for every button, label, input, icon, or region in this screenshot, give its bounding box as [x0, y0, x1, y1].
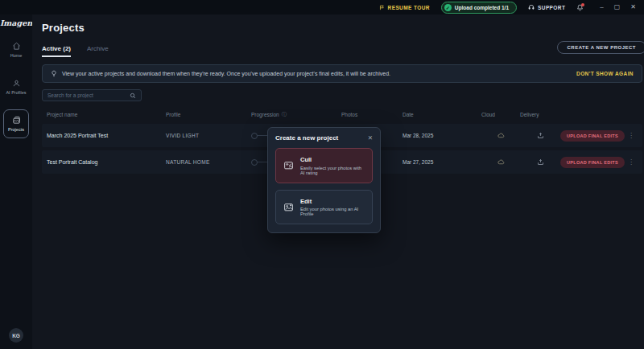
check-circle-icon: ✓ — [444, 4, 452, 11]
flag-icon — [379, 5, 385, 10]
dont-show-again-button[interactable]: DON'T SHOW AGAIN — [576, 71, 634, 76]
delivery-upload-icon[interactable] — [520, 158, 560, 166]
col-cloud: Cloud — [481, 112, 520, 117]
project-profile: VIVID LIGHT — [166, 133, 251, 138]
resume-tour-button[interactable]: RESUME TOUR — [379, 5, 430, 10]
notification-dot — [581, 3, 584, 6]
search-box — [42, 89, 142, 101]
project-profile: NATURAL HOME — [166, 159, 251, 165]
tabs: Active (2) Archive — [42, 45, 642, 57]
minimize-button[interactable]: – — [600, 4, 603, 10]
sidebar-item-label: Projects — [8, 127, 24, 132]
sidebar: Imagen Home AI Profiles Projects KG — [0, 14, 32, 349]
upload-status-label: Upload completed 1/1 — [455, 5, 509, 10]
option-subtitle: Easily select your photos with AI rating — [300, 166, 365, 175]
upload-final-edits-button[interactable]: UPLOAD FINAL EDITS — [560, 157, 625, 168]
resume-tour-label: RESUME TOUR — [388, 5, 430, 10]
tab-archive[interactable]: Archive — [87, 45, 109, 57]
app-logo: Imagen — [0, 18, 32, 27]
col-progression: Progression ⓘ — [251, 111, 341, 118]
project-name: Test Portrait Catalog — [47, 159, 166, 165]
col-photos: Photos — [341, 112, 402, 117]
table-header: Project name Profile Progression ⓘ Photo… — [42, 105, 642, 124]
sidebar-item-home[interactable]: Home — [3, 35, 29, 64]
maximize-button[interactable]: ▢ — [614, 4, 621, 10]
window-controls: – ▢ ✕ — [600, 4, 636, 10]
create-new-project-button[interactable]: CREATE A NEW PROJECT — [557, 41, 644, 54]
info-icon: ⓘ — [282, 111, 287, 118]
project-date: Mar 28, 2025 — [402, 133, 481, 138]
support-button[interactable]: SUPPORT — [528, 4, 565, 10]
row-menu-icon[interactable]: ⋮ — [625, 158, 638, 166]
col-delivery: Delivery — [520, 112, 560, 117]
projects-icon — [12, 116, 21, 125]
info-banner: View your active projects and download t… — [42, 64, 642, 83]
search-icon — [130, 92, 136, 99]
titlebar: RESUME TOUR ✓ Upload completed 1/1 SUPPO… — [0, 0, 644, 14]
sidebar-item-label: AI Profiles — [6, 90, 26, 95]
user-icon — [12, 79, 21, 88]
col-date: Date — [402, 112, 481, 117]
user-avatar[interactable]: KG — [9, 328, 23, 343]
project-date: Mar 27, 2025 — [402, 159, 481, 165]
tab-active[interactable]: Active (2) — [42, 45, 71, 57]
home-icon — [12, 42, 21, 51]
app-window: RESUME TOUR ✓ Upload completed 1/1 SUPPO… — [0, 0, 644, 349]
modal-close-icon[interactable]: ✕ — [368, 134, 373, 142]
banner-text: View your active projects and download t… — [62, 71, 390, 76]
option-edit[interactable]: Edit Edit your photos using an AI Profil… — [275, 190, 373, 225]
search-input[interactable] — [47, 92, 130, 98]
cloud-icon[interactable] — [481, 158, 520, 166]
notifications-button[interactable] — [576, 4, 584, 11]
upload-final-edits-button[interactable]: UPLOAD FINAL EDITS — [560, 130, 625, 142]
sidebar-item-label: Home — [10, 53, 23, 58]
create-project-modal: Create a new project ✕ Cull Easily selec… — [267, 127, 381, 233]
col-project-name: Project name — [47, 112, 166, 117]
support-label: SUPPORT — [538, 5, 565, 10]
sidebar-item-projects[interactable]: Projects — [3, 109, 29, 138]
col-profile: Profile — [166, 112, 251, 117]
option-title: Edit — [300, 198, 365, 205]
delivery-upload-icon[interactable] — [520, 132, 560, 139]
sidebar-item-ai-profiles[interactable]: AI Profiles — [3, 72, 29, 101]
upload-status-pill[interactable]: ✓ Upload completed 1/1 — [441, 2, 517, 14]
page-title: Projects — [42, 22, 642, 34]
cloud-icon[interactable] — [481, 132, 520, 139]
option-subtitle: Edit your photos using an AI Profile — [300, 207, 365, 216]
headset-icon — [528, 4, 535, 10]
row-menu-icon[interactable]: ⋮ — [625, 132, 638, 139]
modal-title: Create a new project — [275, 134, 338, 142]
close-button[interactable]: ✕ — [630, 4, 636, 10]
project-name: March 2025 Portrait Test — [47, 133, 166, 138]
option-title: Cull — [300, 156, 365, 163]
lightbulb-icon — [51, 70, 57, 77]
cull-photo-check-icon — [283, 160, 294, 170]
option-cull[interactable]: Cull Easily select your photos with AI r… — [275, 148, 373, 183]
edit-photo-icon — [283, 202, 294, 212]
